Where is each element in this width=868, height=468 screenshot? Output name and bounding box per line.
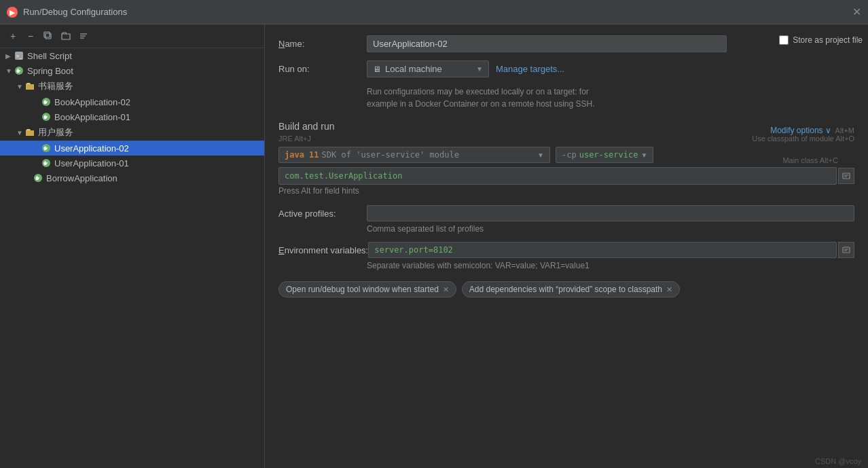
user-app-01-icon	[41, 158, 52, 168]
sdk-dropdown[interactable]: java 11 SDK of 'user-service' module ▼	[278, 147, 550, 163]
main-class-row: Main class Alt+C	[278, 167, 854, 185]
run-on-arrow-icon: ▼	[476, 65, 483, 73]
user-app-02-label: UserApplication-02	[54, 143, 129, 154]
copy-config-button[interactable]	[41, 29, 56, 43]
browse-main-class-button[interactable]	[838, 168, 854, 184]
yonghu-label: 用户服务	[38, 126, 73, 139]
name-label-underline: N	[278, 39, 285, 49]
tag-add-deps-label: Add dependencies with “provided” scope t…	[469, 285, 662, 294]
move-to-folder-button[interactable]	[58, 29, 73, 43]
store-project-checkbox[interactable]	[779, 35, 789, 45]
book-app-01-icon	[41, 111, 52, 122]
env-vars-input[interactable]	[368, 242, 837, 258]
env-vars-label: Environment variables:	[278, 245, 368, 255]
app-icon: ▶	[7, 7, 18, 18]
active-profiles-input[interactable]	[367, 205, 854, 221]
tag-add-deps[interactable]: Add dependencies with “provided” scope t…	[462, 281, 680, 298]
book-app-01-label: BookApplication-01	[54, 112, 130, 122]
cp-flag-label: -cp	[562, 150, 577, 160]
add-config-button[interactable]: +	[5, 29, 20, 43]
env-vars-row: Environment variables:	[278, 242, 854, 258]
env-vars-hint: Separate variables with semicolon: VAR=v…	[367, 261, 854, 270]
book-app-02-icon	[41, 96, 52, 107]
sidebar-item-yonghu[interactable]: ▼ 用户服务	[0, 124, 264, 141]
sidebar-item-shujucang[interactable]: ▼ 书籍服务	[0, 78, 264, 94]
sidebar-item-shell-script[interactable]: ▶ >_ Shell Script	[0, 48, 264, 63]
watermark: CSDN @vcoy	[815, 457, 861, 465]
tags-row: Open run/debug tool window when started …	[278, 281, 854, 298]
tag-debug-window[interactable]: Open run/debug tool window when started …	[278, 281, 456, 298]
java-version-label: java 11	[285, 150, 319, 160]
cp-arrow-icon: ▼	[640, 151, 647, 159]
modify-options-link[interactable]: Modify options ∨	[770, 126, 831, 135]
main-class-input[interactable]	[278, 167, 837, 185]
sidebar-item-spring-boot[interactable]: ▼ Spring Boot	[0, 63, 264, 78]
sidebar-item-book-app-02[interactable]: BookApplication-02	[0, 94, 264, 109]
main-class-hint: Main class Alt+C	[782, 156, 838, 164]
name-row: Name:	[278, 35, 854, 52]
press-alt-hint: Press Alt for field hints	[278, 186, 854, 196]
modify-options-area: Modify options ∨ Alt+M	[770, 126, 854, 135]
svg-text:▶: ▶	[10, 9, 16, 16]
jre-section: JRE Alt+J java 11 SDK of 'user-service' …	[278, 147, 854, 163]
svg-text:>_: >_	[16, 53, 22, 59]
jre-row: JRE Alt+J java 11 SDK of 'user-service' …	[278, 147, 854, 163]
arrow-icon: ▶	[5, 52, 14, 60]
book-app-02-label: BookApplication-02	[54, 97, 130, 107]
svg-rect-18	[843, 247, 850, 253]
run-on-value: Local machine	[385, 64, 442, 74]
modify-options-arrow-icon: ∨	[825, 126, 831, 135]
modify-options-shortcut: Alt+M	[835, 126, 854, 134]
run-on-dropdown[interactable]: 🖥 Local machine ▼	[367, 60, 489, 77]
spring-boot-label: Spring Boot	[27, 66, 73, 76]
sdk-arrow-icon: ▼	[537, 151, 544, 159]
shell-script-icon: >_	[14, 50, 24, 61]
spring-boot-arrow-icon: ▼	[5, 67, 14, 75]
active-profiles-label: Active profiles:	[278, 209, 367, 219]
name-input[interactable]	[367, 35, 727, 52]
active-profiles-row: Active profiles:	[278, 205, 854, 221]
remove-config-button[interactable]: −	[23, 29, 38, 43]
run-on-row: Run on: 🖥 Local machine ▼ Manage targets…	[278, 60, 854, 77]
svg-rect-2	[46, 33, 51, 39]
manage-targets-link[interactable]: Manage targets...	[496, 64, 564, 74]
profiles-hint: Comma separated list of profiles	[367, 224, 854, 234]
borrow-app-label: BorrowApplication	[46, 173, 117, 183]
tag-add-deps-close[interactable]: ✕	[666, 285, 672, 294]
tag-debug-window-close[interactable]: ✕	[443, 285, 449, 294]
svg-rect-3	[44, 32, 50, 37]
cp-dropdown[interactable]: -cp user-service ▼	[556, 147, 653, 163]
store-project-label: Store as project file	[793, 35, 863, 45]
sidebar-item-borrow-app[interactable]: BorrowApplication	[0, 170, 264, 185]
sidebar-item-book-app-01[interactable]: BookApplication-01	[0, 109, 264, 124]
user-app-02-icon	[41, 143, 52, 154]
jre-shortcut-hint: JRE Alt+J	[278, 134, 311, 143]
browse-env-vars-button[interactable]	[838, 242, 854, 258]
config-tree: ▶ >_ Shell Script ▼ Spring Boot ▼	[0, 48, 264, 185]
shujucang-arrow-icon: ▼	[16, 83, 24, 90]
spring-boot-icon	[14, 65, 24, 76]
name-label: Name:	[278, 39, 367, 49]
modify-options-label: Modify options	[770, 126, 822, 135]
sidebar-item-user-app-01[interactable]: UserApplication-01	[0, 156, 264, 170]
content-panel: Store as project file Name: Run on: 🖥 Lo…	[265, 24, 868, 468]
tag-debug-window-label: Open run/debug tool window when started	[286, 285, 439, 294]
classpath-hint: Use classpath of module Alt+O	[752, 134, 854, 143]
user-app-01-label: UserApplication-01	[54, 158, 129, 168]
shell-script-label: Shell Script	[27, 51, 72, 61]
yonghu-folder-icon	[24, 127, 35, 138]
close-button[interactable]: ✕	[852, 5, 861, 18]
store-project-row: Store as project file	[779, 35, 863, 45]
borrow-app-icon	[33, 173, 43, 183]
sort-button[interactable]	[76, 29, 91, 43]
shujucang-label: 书籍服务	[38, 80, 73, 92]
svg-rect-15	[843, 173, 850, 179]
build-run-title: Build and run	[278, 121, 335, 132]
sdk-text-label: SDK of 'user-service' module	[322, 150, 459, 160]
main-container: + −	[0, 24, 868, 468]
sidebar: + −	[0, 24, 265, 468]
run-on-hint: Run configurations may be executed local…	[367, 86, 854, 110]
sidebar-item-user-app-02[interactable]: UserApplication-02	[0, 141, 264, 156]
env-underline: E	[278, 245, 285, 255]
cp-value-label: user-service	[579, 150, 638, 160]
